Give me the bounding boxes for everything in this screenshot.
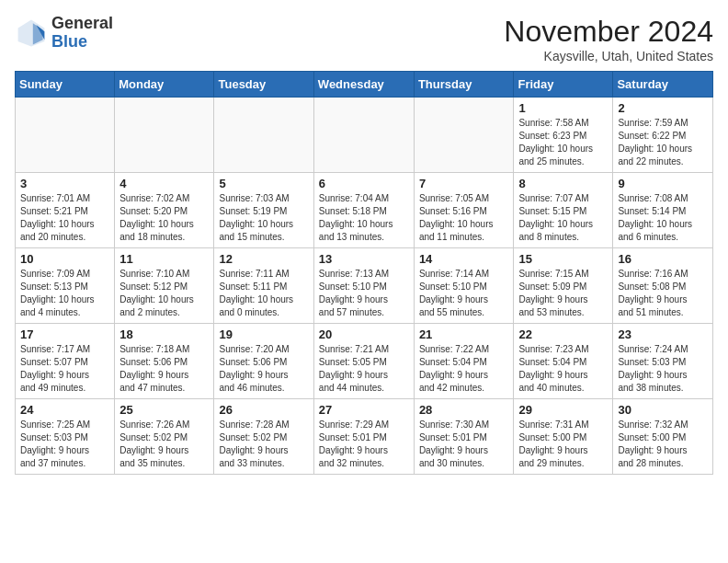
day-number: 24	[20, 403, 109, 417]
day-info: Sunrise: 7:29 AMSunset: 5:01 PMDaylight:…	[319, 419, 409, 470]
day-number: 17	[20, 327, 109, 341]
day-number: 11	[119, 252, 209, 266]
day-of-week-header: Tuesday	[214, 72, 313, 98]
day-info: Sunrise: 7:32 AMSunset: 5:00 PMDaylight:…	[618, 419, 708, 470]
calendar-day-cell	[214, 98, 313, 173]
calendar-day-cell: 10Sunrise: 7:09 AMSunset: 5:13 PMDayligh…	[16, 248, 115, 324]
day-of-week-header: Friday	[514, 72, 613, 98]
day-info: Sunrise: 7:58 AMSunset: 6:23 PMDaylight:…	[518, 117, 608, 168]
calendar-day-cell: 4Sunrise: 7:02 AMSunset: 5:20 PMDaylight…	[115, 173, 214, 248]
day-info: Sunrise: 7:13 AMSunset: 5:10 PMDaylight:…	[319, 268, 409, 319]
calendar-day-cell: 23Sunrise: 7:24 AMSunset: 5:03 PMDayligh…	[613, 324, 713, 399]
day-number: 5	[219, 177, 308, 190]
calendar-day-cell: 25Sunrise: 7:26 AMSunset: 5:02 PMDayligh…	[115, 399, 214, 475]
calendar-day-cell	[414, 98, 514, 173]
day-number: 7	[419, 177, 509, 190]
calendar-day-cell: 19Sunrise: 7:20 AMSunset: 5:06 PMDayligh…	[214, 324, 313, 399]
location: Kaysville, Utah, United States	[504, 49, 713, 63]
calendar-day-cell: 26Sunrise: 7:28 AMSunset: 5:02 PMDayligh…	[214, 399, 313, 475]
calendar-day-cell: 22Sunrise: 7:23 AMSunset: 5:04 PMDayligh…	[514, 324, 613, 399]
day-number: 19	[219, 327, 308, 341]
logo: General Blue	[15, 15, 113, 52]
day-number: 13	[319, 252, 409, 266]
calendar-day-cell: 30Sunrise: 7:32 AMSunset: 5:00 PMDayligh…	[613, 399, 713, 475]
day-info: Sunrise: 7:14 AMSunset: 5:10 PMDaylight:…	[419, 268, 509, 319]
day-number: 3	[20, 177, 109, 190]
day-number: 18	[119, 327, 209, 341]
day-number: 6	[319, 177, 409, 190]
day-info: Sunrise: 7:25 AMSunset: 5:03 PMDaylight:…	[20, 419, 109, 470]
day-number: 16	[618, 252, 708, 266]
day-number: 21	[419, 327, 509, 341]
day-info: Sunrise: 7:04 AMSunset: 5:18 PMDaylight:…	[319, 192, 409, 244]
day-info: Sunrise: 7:07 AMSunset: 5:15 PMDaylight:…	[518, 192, 608, 244]
calendar-day-cell: 7Sunrise: 7:05 AMSunset: 5:16 PMDaylight…	[414, 173, 514, 248]
day-info: Sunrise: 7:18 AMSunset: 5:06 PMDaylight:…	[119, 343, 209, 395]
calendar-day-cell: 14Sunrise: 7:14 AMSunset: 5:10 PMDayligh…	[414, 248, 514, 324]
calendar-day-cell: 6Sunrise: 7:04 AMSunset: 5:18 PMDaylight…	[313, 173, 414, 248]
day-info: Sunrise: 7:16 AMSunset: 5:08 PMDaylight:…	[618, 268, 708, 319]
calendar-week-row: 10Sunrise: 7:09 AMSunset: 5:13 PMDayligh…	[16, 248, 713, 324]
calendar-day-cell: 9Sunrise: 7:08 AMSunset: 5:14 PMDaylight…	[613, 173, 713, 248]
day-info: Sunrise: 7:20 AMSunset: 5:06 PMDaylight:…	[219, 343, 308, 395]
day-info: Sunrise: 7:10 AMSunset: 5:12 PMDaylight:…	[119, 268, 209, 319]
calendar-day-cell	[313, 98, 414, 173]
day-number: 29	[518, 403, 608, 417]
day-of-week-header: Saturday	[613, 72, 713, 98]
logo-text: General Blue	[51, 15, 113, 52]
day-info: Sunrise: 7:09 AMSunset: 5:13 PMDaylight:…	[20, 268, 109, 319]
calendar-week-row: 3Sunrise: 7:01 AMSunset: 5:21 PMDaylight…	[16, 173, 713, 248]
day-info: Sunrise: 7:01 AMSunset: 5:21 PMDaylight:…	[20, 192, 109, 244]
day-of-week-header: Sunday	[16, 72, 115, 98]
calendar-day-cell: 12Sunrise: 7:11 AMSunset: 5:11 PMDayligh…	[214, 248, 313, 324]
day-info: Sunrise: 7:23 AMSunset: 5:04 PMDaylight:…	[518, 343, 608, 395]
calendar-day-cell: 17Sunrise: 7:17 AMSunset: 5:07 PMDayligh…	[16, 324, 115, 399]
day-number: 30	[618, 403, 708, 417]
calendar-day-cell	[115, 98, 214, 173]
day-info: Sunrise: 7:22 AMSunset: 5:04 PMDaylight:…	[419, 343, 509, 395]
day-number: 9	[618, 177, 708, 190]
day-number: 15	[518, 252, 608, 266]
day-of-week-header: Monday	[115, 72, 214, 98]
month-title: November 2024	[504, 15, 713, 49]
calendar-day-cell: 2Sunrise: 7:59 AMSunset: 6:22 PMDaylight…	[613, 98, 713, 173]
calendar-day-cell: 27Sunrise: 7:29 AMSunset: 5:01 PMDayligh…	[313, 399, 414, 475]
day-number: 1	[518, 101, 608, 115]
day-info: Sunrise: 7:24 AMSunset: 5:03 PMDaylight:…	[618, 343, 708, 395]
calendar-day-cell: 28Sunrise: 7:30 AMSunset: 5:01 PMDayligh…	[414, 399, 514, 475]
calendar-day-cell: 3Sunrise: 7:01 AMSunset: 5:21 PMDaylight…	[16, 173, 115, 248]
day-info: Sunrise: 7:17 AMSunset: 5:07 PMDaylight:…	[20, 343, 109, 395]
day-info: Sunrise: 7:02 AMSunset: 5:20 PMDaylight:…	[119, 192, 209, 244]
day-number: 27	[319, 403, 409, 417]
calendar-day-cell: 8Sunrise: 7:07 AMSunset: 5:15 PMDaylight…	[514, 173, 613, 248]
calendar-day-cell: 13Sunrise: 7:13 AMSunset: 5:10 PMDayligh…	[313, 248, 414, 324]
day-info: Sunrise: 7:08 AMSunset: 5:14 PMDaylight:…	[618, 192, 708, 244]
calendar-header-row: SundayMondayTuesdayWednesdayThursdayFrid…	[16, 72, 713, 98]
day-info: Sunrise: 7:31 AMSunset: 5:00 PMDaylight:…	[518, 419, 608, 470]
day-number: 4	[119, 177, 209, 190]
day-of-week-header: Wednesday	[313, 72, 414, 98]
day-number: 28	[419, 403, 509, 417]
day-number: 2	[618, 101, 708, 115]
day-info: Sunrise: 7:15 AMSunset: 5:09 PMDaylight:…	[518, 268, 608, 319]
day-info: Sunrise: 7:28 AMSunset: 5:02 PMDaylight:…	[219, 419, 308, 470]
day-number: 20	[319, 327, 409, 341]
calendar-week-row: 1Sunrise: 7:58 AMSunset: 6:23 PMDaylight…	[16, 98, 713, 173]
calendar-week-row: 17Sunrise: 7:17 AMSunset: 5:07 PMDayligh…	[16, 324, 713, 399]
day-info: Sunrise: 7:21 AMSunset: 5:05 PMDaylight:…	[319, 343, 409, 395]
title-block: November 2024 Kaysville, Utah, United St…	[504, 15, 713, 63]
day-of-week-header: Thursday	[414, 72, 514, 98]
calendar-week-row: 24Sunrise: 7:25 AMSunset: 5:03 PMDayligh…	[16, 399, 713, 475]
calendar-day-cell: 18Sunrise: 7:18 AMSunset: 5:06 PMDayligh…	[115, 324, 214, 399]
day-number: 12	[219, 252, 308, 266]
calendar-day-cell: 16Sunrise: 7:16 AMSunset: 5:08 PMDayligh…	[613, 248, 713, 324]
logo-icon	[15, 17, 48, 50]
day-info: Sunrise: 7:26 AMSunset: 5:02 PMDaylight:…	[119, 419, 209, 470]
page-header: General Blue November 2024 Kaysville, Ut…	[15, 15, 713, 63]
day-info: Sunrise: 7:03 AMSunset: 5:19 PMDaylight:…	[219, 192, 308, 244]
day-number: 25	[119, 403, 209, 417]
day-info: Sunrise: 7:59 AMSunset: 6:22 PMDaylight:…	[618, 117, 708, 168]
calendar-day-cell: 24Sunrise: 7:25 AMSunset: 5:03 PMDayligh…	[16, 399, 115, 475]
calendar-day-cell: 21Sunrise: 7:22 AMSunset: 5:04 PMDayligh…	[414, 324, 514, 399]
calendar-day-cell: 29Sunrise: 7:31 AMSunset: 5:00 PMDayligh…	[514, 399, 613, 475]
